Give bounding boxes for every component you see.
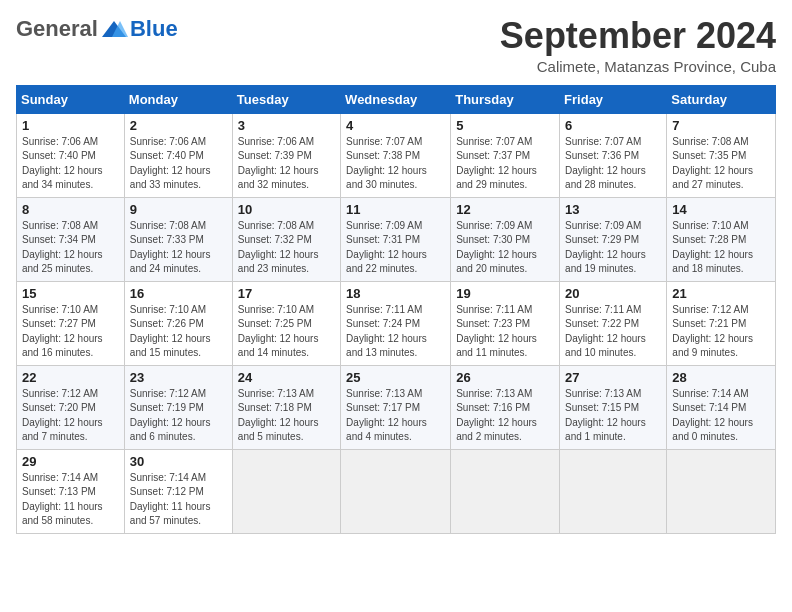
day-number: 5	[456, 118, 554, 133]
logo-icon	[100, 19, 128, 39]
day-number: 23	[130, 370, 227, 385]
day-info: Sunrise: 7:12 AM Sunset: 7:21 PM Dayligh…	[672, 303, 770, 361]
calendar-day-cell: 5Sunrise: 7:07 AM Sunset: 7:37 PM Daylig…	[451, 113, 560, 197]
calendar-day-cell: 28Sunrise: 7:14 AM Sunset: 7:14 PM Dayli…	[667, 365, 776, 449]
day-of-week-header: Thursday	[451, 85, 560, 113]
day-info: Sunrise: 7:09 AM Sunset: 7:31 PM Dayligh…	[346, 219, 445, 277]
day-number: 14	[672, 202, 770, 217]
day-info: Sunrise: 7:11 AM Sunset: 7:24 PM Dayligh…	[346, 303, 445, 361]
day-number: 8	[22, 202, 119, 217]
calendar-day-cell: 4Sunrise: 7:07 AM Sunset: 7:38 PM Daylig…	[341, 113, 451, 197]
calendar-day-cell: 29Sunrise: 7:14 AM Sunset: 7:13 PM Dayli…	[17, 449, 125, 533]
day-of-week-header: Saturday	[667, 85, 776, 113]
day-info: Sunrise: 7:12 AM Sunset: 7:19 PM Dayligh…	[130, 387, 227, 445]
day-number: 19	[456, 286, 554, 301]
title-block: September 2024 Calimete, Matanzas Provin…	[500, 16, 776, 75]
calendar-day-cell	[451, 449, 560, 533]
day-number: 27	[565, 370, 661, 385]
day-info: Sunrise: 7:12 AM Sunset: 7:20 PM Dayligh…	[22, 387, 119, 445]
day-number: 9	[130, 202, 227, 217]
day-info: Sunrise: 7:11 AM Sunset: 7:23 PM Dayligh…	[456, 303, 554, 361]
calendar-day-cell: 24Sunrise: 7:13 AM Sunset: 7:18 PM Dayli…	[232, 365, 340, 449]
calendar-day-cell: 13Sunrise: 7:09 AM Sunset: 7:29 PM Dayli…	[560, 197, 667, 281]
calendar-day-cell	[560, 449, 667, 533]
day-number: 22	[22, 370, 119, 385]
calendar-day-cell: 21Sunrise: 7:12 AM Sunset: 7:21 PM Dayli…	[667, 281, 776, 365]
day-info: Sunrise: 7:08 AM Sunset: 7:33 PM Dayligh…	[130, 219, 227, 277]
day-of-week-header: Sunday	[17, 85, 125, 113]
calendar-day-cell	[232, 449, 340, 533]
day-info: Sunrise: 7:10 AM Sunset: 7:28 PM Dayligh…	[672, 219, 770, 277]
calendar-day-cell: 12Sunrise: 7:09 AM Sunset: 7:30 PM Dayli…	[451, 197, 560, 281]
month-title: September 2024	[500, 16, 776, 56]
day-info: Sunrise: 7:07 AM Sunset: 7:37 PM Dayligh…	[456, 135, 554, 193]
day-number: 13	[565, 202, 661, 217]
day-info: Sunrise: 7:10 AM Sunset: 7:26 PM Dayligh…	[130, 303, 227, 361]
calendar-week-row: 15Sunrise: 7:10 AM Sunset: 7:27 PM Dayli…	[17, 281, 776, 365]
day-info: Sunrise: 7:14 AM Sunset: 7:12 PM Dayligh…	[130, 471, 227, 529]
day-number: 17	[238, 286, 335, 301]
day-number: 1	[22, 118, 119, 133]
day-number: 4	[346, 118, 445, 133]
day-number: 15	[22, 286, 119, 301]
day-of-week-header: Tuesday	[232, 85, 340, 113]
page-header: General Blue September 2024 Calimete, Ma…	[16, 16, 776, 75]
calendar-day-cell: 20Sunrise: 7:11 AM Sunset: 7:22 PM Dayli…	[560, 281, 667, 365]
day-info: Sunrise: 7:13 AM Sunset: 7:18 PM Dayligh…	[238, 387, 335, 445]
day-info: Sunrise: 7:10 AM Sunset: 7:27 PM Dayligh…	[22, 303, 119, 361]
logo-general: General	[16, 16, 98, 42]
logo-blue: Blue	[130, 16, 178, 42]
day-info: Sunrise: 7:11 AM Sunset: 7:22 PM Dayligh…	[565, 303, 661, 361]
calendar-day-cell: 15Sunrise: 7:10 AM Sunset: 7:27 PM Dayli…	[17, 281, 125, 365]
calendar-week-row: 22Sunrise: 7:12 AM Sunset: 7:20 PM Dayli…	[17, 365, 776, 449]
day-number: 25	[346, 370, 445, 385]
day-number: 10	[238, 202, 335, 217]
day-number: 24	[238, 370, 335, 385]
calendar-day-cell: 16Sunrise: 7:10 AM Sunset: 7:26 PM Dayli…	[124, 281, 232, 365]
calendar-day-cell: 8Sunrise: 7:08 AM Sunset: 7:34 PM Daylig…	[17, 197, 125, 281]
day-number: 20	[565, 286, 661, 301]
day-info: Sunrise: 7:09 AM Sunset: 7:30 PM Dayligh…	[456, 219, 554, 277]
day-number: 21	[672, 286, 770, 301]
calendar-week-row: 29Sunrise: 7:14 AM Sunset: 7:13 PM Dayli…	[17, 449, 776, 533]
day-info: Sunrise: 7:08 AM Sunset: 7:34 PM Dayligh…	[22, 219, 119, 277]
day-info: Sunrise: 7:07 AM Sunset: 7:38 PM Dayligh…	[346, 135, 445, 193]
day-number: 3	[238, 118, 335, 133]
day-of-week-header: Friday	[560, 85, 667, 113]
calendar-day-cell: 2Sunrise: 7:06 AM Sunset: 7:40 PM Daylig…	[124, 113, 232, 197]
calendar-day-cell: 27Sunrise: 7:13 AM Sunset: 7:15 PM Dayli…	[560, 365, 667, 449]
calendar-day-cell: 7Sunrise: 7:08 AM Sunset: 7:35 PM Daylig…	[667, 113, 776, 197]
day-number: 29	[22, 454, 119, 469]
calendar-day-cell: 9Sunrise: 7:08 AM Sunset: 7:33 PM Daylig…	[124, 197, 232, 281]
calendar-day-cell	[341, 449, 451, 533]
day-info: Sunrise: 7:10 AM Sunset: 7:25 PM Dayligh…	[238, 303, 335, 361]
day-info: Sunrise: 7:13 AM Sunset: 7:15 PM Dayligh…	[565, 387, 661, 445]
calendar-table: SundayMondayTuesdayWednesdayThursdayFrid…	[16, 85, 776, 534]
day-number: 16	[130, 286, 227, 301]
calendar-day-cell: 3Sunrise: 7:06 AM Sunset: 7:39 PM Daylig…	[232, 113, 340, 197]
calendar-day-cell: 23Sunrise: 7:12 AM Sunset: 7:19 PM Dayli…	[124, 365, 232, 449]
day-info: Sunrise: 7:14 AM Sunset: 7:14 PM Dayligh…	[672, 387, 770, 445]
day-number: 6	[565, 118, 661, 133]
day-number: 12	[456, 202, 554, 217]
day-info: Sunrise: 7:13 AM Sunset: 7:17 PM Dayligh…	[346, 387, 445, 445]
logo: General Blue	[16, 16, 178, 42]
day-number: 11	[346, 202, 445, 217]
day-info: Sunrise: 7:14 AM Sunset: 7:13 PM Dayligh…	[22, 471, 119, 529]
day-info: Sunrise: 7:07 AM Sunset: 7:36 PM Dayligh…	[565, 135, 661, 193]
day-info: Sunrise: 7:06 AM Sunset: 7:39 PM Dayligh…	[238, 135, 335, 193]
calendar-day-cell: 10Sunrise: 7:08 AM Sunset: 7:32 PM Dayli…	[232, 197, 340, 281]
calendar-day-cell: 25Sunrise: 7:13 AM Sunset: 7:17 PM Dayli…	[341, 365, 451, 449]
calendar-day-cell: 18Sunrise: 7:11 AM Sunset: 7:24 PM Dayli…	[341, 281, 451, 365]
calendar-day-cell: 30Sunrise: 7:14 AM Sunset: 7:12 PM Dayli…	[124, 449, 232, 533]
day-number: 2	[130, 118, 227, 133]
location: Calimete, Matanzas Province, Cuba	[500, 58, 776, 75]
day-info: Sunrise: 7:06 AM Sunset: 7:40 PM Dayligh…	[22, 135, 119, 193]
calendar-day-cell	[667, 449, 776, 533]
calendar-day-cell: 19Sunrise: 7:11 AM Sunset: 7:23 PM Dayli…	[451, 281, 560, 365]
calendar-week-row: 8Sunrise: 7:08 AM Sunset: 7:34 PM Daylig…	[17, 197, 776, 281]
day-info: Sunrise: 7:08 AM Sunset: 7:32 PM Dayligh…	[238, 219, 335, 277]
day-info: Sunrise: 7:08 AM Sunset: 7:35 PM Dayligh…	[672, 135, 770, 193]
calendar-day-cell: 17Sunrise: 7:10 AM Sunset: 7:25 PM Dayli…	[232, 281, 340, 365]
day-of-week-header: Wednesday	[341, 85, 451, 113]
